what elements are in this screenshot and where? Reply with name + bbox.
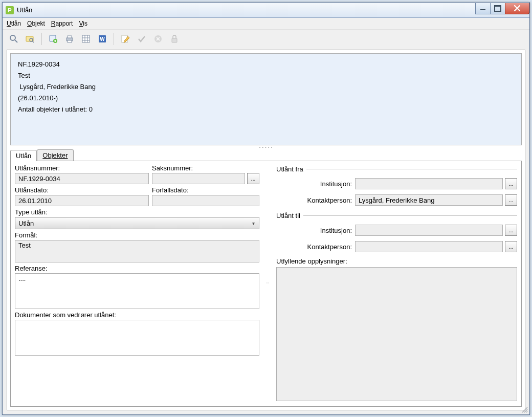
input-fra-kontaktperson[interactable] bbox=[355, 194, 503, 206]
new-icon[interactable] bbox=[46, 32, 60, 46]
select-type-utlan[interactable]: Utlån bbox=[15, 217, 259, 229]
fra-institusjon-lookup-button[interactable]: ... bbox=[505, 178, 517, 189]
input-saksnummer[interactable] bbox=[152, 173, 245, 184]
svg-line-1 bbox=[15, 40, 17, 42]
horizontal-splitter[interactable]: • • • • • bbox=[10, 145, 522, 149]
app-icon: P bbox=[6, 6, 14, 14]
input-utlansnummer[interactable] bbox=[15, 173, 149, 184]
input-fra-institusjon[interactable] bbox=[355, 178, 503, 189]
menu-vis[interactable]: Vis bbox=[79, 20, 87, 27]
lock-icon[interactable] bbox=[167, 32, 182, 46]
summary-line: (26.01.2010-) bbox=[18, 93, 514, 104]
edit-icon[interactable] bbox=[118, 32, 132, 46]
window-title: Utlån bbox=[17, 6, 476, 14]
label-til-kontaktperson: Kontaktperson: bbox=[276, 243, 353, 251]
group-utlant-til: Utlånt til bbox=[276, 212, 517, 220]
app-window: P Utlån Utlån Objekt Rapport Vis W bbox=[2, 2, 530, 415]
fra-kontaktperson-lookup-button[interactable]: ... bbox=[505, 194, 517, 206]
input-til-institusjon[interactable] bbox=[355, 225, 503, 236]
menu-rapport[interactable]: Rapport bbox=[51, 20, 73, 27]
menu-objekt[interactable]: Objekt bbox=[27, 20, 45, 27]
summary-line: Antall objekter i utlånet: 0 bbox=[18, 104, 514, 115]
svg-text:W: W bbox=[100, 36, 105, 42]
summary-text[interactable]: NF.1929-0034 Test Lysgård, Frederikke Ba… bbox=[10, 53, 522, 145]
label-type-utlan: Type utlån: bbox=[15, 208, 259, 216]
tab-strip: Utlån Objekter bbox=[10, 149, 522, 161]
minimize-button[interactable] bbox=[475, 3, 491, 14]
label-dokumenter: Dokumenter som vedrører utlånet: bbox=[15, 311, 259, 319]
svg-line-4 bbox=[32, 41, 34, 42]
toolbar: W bbox=[3, 29, 529, 48]
tab-objekter-label: Objekter bbox=[42, 151, 68, 159]
textarea-utfyllende[interactable] bbox=[276, 267, 517, 401]
saksnummer-lookup-button[interactable]: ... bbox=[247, 173, 259, 184]
table-icon[interactable] bbox=[79, 32, 93, 46]
svg-rect-8 bbox=[68, 36, 72, 38]
input-utlansdato[interactable] bbox=[15, 195, 149, 206]
textarea-referanse[interactable] bbox=[15, 273, 259, 309]
tab-utlan[interactable]: Utlån bbox=[10, 150, 37, 161]
textarea-formal[interactable] bbox=[15, 240, 259, 262]
label-utlant-fra: Utlånt fra bbox=[276, 165, 303, 173]
toolbar-separator bbox=[114, 33, 114, 45]
svg-rect-15 bbox=[172, 38, 177, 42]
input-forfallsdato[interactable] bbox=[152, 195, 259, 206]
tab-objekter[interactable]: Objekter bbox=[37, 149, 73, 161]
word-icon[interactable]: W bbox=[95, 32, 109, 46]
label-utlant-til: Utlånt til bbox=[276, 212, 300, 220]
toolbar-separator bbox=[41, 33, 42, 45]
group-utlant-fra: Utlånt fra bbox=[276, 165, 517, 173]
summary-panel: NF.1929-0034 Test Lysgård, Frederikke Ba… bbox=[10, 53, 522, 145]
svg-rect-10 bbox=[82, 35, 90, 42]
til-institusjon-lookup-button[interactable]: ... bbox=[505, 225, 517, 236]
tab-panel-utlan: Utlånsnummer: Saksnummer: ... Utlånsdato… bbox=[10, 161, 522, 407]
label-saksnummer: Saksnummer: bbox=[152, 164, 259, 172]
vertical-splitter[interactable]: ⋮ bbox=[267, 164, 269, 401]
left-column: Utlånsnummer: Saksnummer: ... Utlånsdato… bbox=[15, 164, 259, 401]
label-fra-kontaktperson: Kontaktperson: bbox=[276, 196, 353, 204]
label-utlansdato: Utlånsdato: bbox=[15, 186, 149, 194]
close-button[interactable] bbox=[505, 3, 529, 14]
menu-utlan[interactable]: Utlån bbox=[7, 20, 21, 27]
summary-line: Lysgård, Frederikke Bang bbox=[18, 81, 514, 93]
svg-rect-9 bbox=[68, 40, 72, 42]
til-kontaktperson-lookup-button[interactable]: ... bbox=[505, 241, 517, 252]
window-buttons bbox=[476, 3, 529, 14]
input-til-kontaktperson[interactable] bbox=[355, 241, 503, 252]
cancel-icon[interactable] bbox=[151, 32, 165, 46]
label-utfyllende: Utfyllende opplysninger: bbox=[276, 257, 517, 265]
check-icon[interactable] bbox=[135, 32, 149, 46]
maximize-button[interactable] bbox=[490, 3, 505, 14]
right-column: Utlånt fra Institusjon: ... Kontaktperso… bbox=[276, 164, 517, 401]
textarea-dokumenter[interactable] bbox=[15, 320, 259, 356]
titlebar: P Utlån bbox=[3, 3, 529, 18]
summary-line: NF.1929-0034 bbox=[18, 59, 514, 70]
summary-line: Test bbox=[18, 70, 514, 81]
label-formal: Formål: bbox=[15, 231, 259, 239]
svg-point-0 bbox=[10, 35, 15, 40]
search-folder-icon[interactable] bbox=[23, 32, 37, 46]
select-type-utlan-value: Utlån bbox=[18, 220, 34, 227]
label-utlansnummer: Utlånsnummer: bbox=[15, 164, 149, 172]
menubar: Utlån Objekt Rapport Vis bbox=[3, 18, 529, 29]
search-icon[interactable] bbox=[7, 32, 21, 46]
print-icon[interactable] bbox=[62, 32, 77, 46]
content-area: NF.1929-0034 Test Lysgård, Frederikke Ba… bbox=[7, 50, 525, 410]
resize-grip[interactable] bbox=[521, 406, 528, 413]
label-forfallsdato: Forfallsdato: bbox=[152, 186, 259, 194]
label-fra-institusjon: Institusjon: bbox=[276, 180, 353, 188]
label-til-institusjon: Institusjon: bbox=[276, 227, 353, 234]
label-referanse: Referanse: bbox=[15, 265, 259, 272]
